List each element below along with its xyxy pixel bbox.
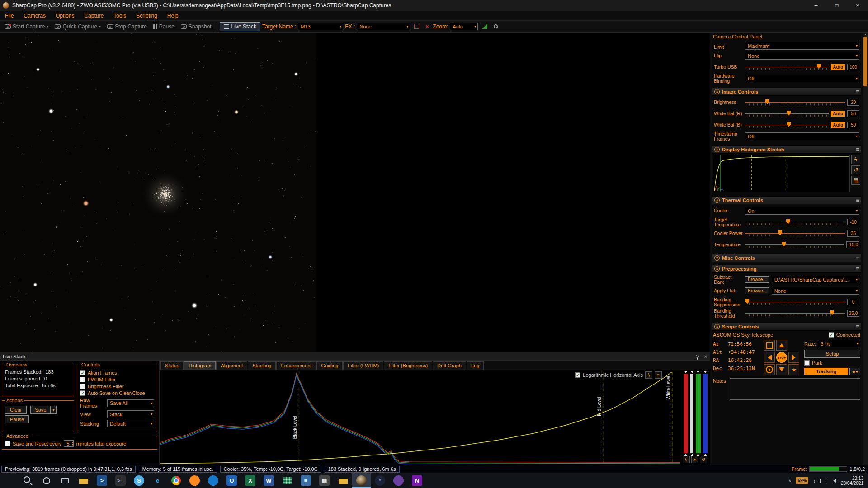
- clear-button[interactable]: Clear: [5, 406, 27, 414]
- zoom-dropdown[interactable]: Auto ▾: [450, 23, 478, 30]
- checkbox-brightness-filter[interactable]: Brightness Filter: [80, 384, 154, 389]
- taskbar-search[interactable]: [19, 473, 37, 488]
- taskbar-browser[interactable]: [204, 473, 222, 488]
- red-level-slider[interactable]: [684, 374, 688, 453]
- target-temperature-value[interactable]: -10: [847, 219, 859, 225]
- taskbar-skype[interactable]: S: [130, 473, 148, 488]
- taskbar-captures-folder[interactable]: [334, 473, 352, 488]
- taskbar-media-app[interactable]: [389, 473, 408, 488]
- tracking-button[interactable]: Tracking: [804, 368, 848, 375]
- pause-button[interactable]: Pause: [151, 23, 177, 31]
- apply-flat-browse-button[interactable]: Browse...: [745, 287, 769, 294]
- log-axis-checkbox[interactable]: ✓: [575, 372, 580, 378]
- quick-capture-button[interactable]: Quick Capture ▾: [52, 23, 103, 31]
- blue-level-slider[interactable]: [703, 374, 708, 453]
- banding-threshold-value[interactable]: 35,0: [847, 310, 859, 317]
- pin-icon[interactable]: [696, 355, 699, 358]
- menu-capture[interactable]: Capture: [79, 11, 108, 20]
- taskbar-firefox[interactable]: [185, 473, 204, 488]
- white-bal-b-auto-button[interactable]: Auto: [831, 122, 845, 128]
- battery-percentage-badge[interactable]: 69%: [796, 477, 808, 484]
- auto-stretch-icon[interactable]: ϟ: [645, 371, 652, 379]
- cooler-power-slider[interactable]: [745, 230, 845, 237]
- chevron-up-icon[interactable]: ∧: [714, 266, 720, 272]
- temperature-slider[interactable]: [745, 241, 844, 249]
- scroll-up-icon[interactable]: ▴: [864, 33, 866, 36]
- apply-flat-dropdown[interactable]: None▾: [772, 287, 859, 295]
- minimize-button[interactable]: –: [806, 0, 826, 11]
- turbo-usb-slider[interactable]: [745, 64, 829, 71]
- scope-up-button[interactable]: [776, 340, 787, 351]
- stacking-dropdown[interactable]: Default▾: [107, 420, 154, 427]
- brightness-value[interactable]: 20: [847, 99, 859, 106]
- park-checkbox[interactable]: [804, 360, 810, 366]
- banding-suppression-value[interactable]: 0: [847, 299, 859, 305]
- auto-stretch-button[interactable]: ϟ: [851, 155, 860, 164]
- chevron-up-icon[interactable]: ∧: [714, 324, 720, 329]
- maximize-button[interactable]: □: [826, 0, 847, 11]
- tab-alignment[interactable]: Alignment: [216, 361, 247, 370]
- panel-scrollbar[interactable]: ▴: [863, 33, 868, 465]
- checkbox-fwhm-filter[interactable]: FWHM Filter: [80, 377, 154, 382]
- tracking-options-button[interactable]: ★▾: [849, 368, 860, 375]
- menu-options[interactable]: Options: [51, 11, 79, 20]
- subtract-dark-browse-button[interactable]: Browse...: [745, 276, 769, 283]
- white-bal-b-slider[interactable]: [745, 122, 829, 129]
- cooler-power-value[interactable]: 35: [847, 230, 859, 237]
- connected-checkbox[interactable]: ✓: [829, 332, 834, 338]
- banding-threshold-slider[interactable]: [745, 310, 845, 317]
- brightness-icon[interactable]: ☀: [691, 456, 698, 463]
- taskbar-sharpcap[interactable]: [352, 473, 371, 488]
- taskbar-chrome[interactable]: [167, 473, 185, 488]
- pause-stack-button[interactable]: Pause: [5, 415, 29, 423]
- taskbar-file-explorer[interactable]: [74, 473, 93, 488]
- white-level-slider[interactable]: [690, 374, 693, 453]
- chevron-down-icon[interactable]: ∨: [714, 255, 720, 261]
- checkbox-align-frames[interactable]: ✓Align Frames: [80, 370, 154, 375]
- taskbar-word[interactable]: W: [259, 473, 278, 488]
- taskbar-edge[interactable]: e: [148, 473, 167, 488]
- save-button[interactable]: Save ▾: [30, 406, 57, 414]
- scope-frame-button[interactable]: [764, 340, 775, 351]
- taskbar-cortana[interactable]: [37, 473, 56, 488]
- checkbox-box[interactable]: [80, 384, 85, 389]
- menu-tools[interactable]: Tools: [108, 11, 131, 20]
- reset-levels-icon[interactable]: ↺: [700, 456, 707, 463]
- zoom-fit-button[interactable]: [491, 23, 500, 29]
- cooler-dropdown[interactable]: On▾: [745, 207, 859, 215]
- taskbar-spreadsheet[interactable]: [278, 473, 297, 488]
- histogram-toggle-button[interactable]: [480, 23, 490, 30]
- taskbar-outlook[interactable]: O: [222, 473, 241, 488]
- close-panel-icon[interactable]: ×: [704, 354, 707, 359]
- subtract-dark-dropdown[interactable]: D:\ASTRO\SharpCap Captures\...▾: [772, 276, 859, 283]
- reset-histogram-button[interactable]: ↺: [851, 165, 860, 174]
- save-reset-checkbox[interactable]: [5, 441, 10, 446]
- taskbar-powershell[interactable]: >: [93, 473, 111, 488]
- brightness-slider[interactable]: [745, 99, 845, 106]
- view-dropdown[interactable]: Stack▾: [107, 410, 154, 418]
- taskbar-start[interactable]: [0, 473, 19, 488]
- tab-filter-fwhm[interactable]: Filter (FWHM): [343, 361, 383, 370]
- scope-star-button[interactable]: ★: [788, 364, 799, 375]
- save-dropdown-icon[interactable]: ▾: [50, 406, 56, 413]
- checkbox-box[interactable]: ✓: [80, 370, 85, 375]
- section-header-display-histogram-stretch[interactable]: ∧Display Histogram Stretch≡: [712, 145, 861, 154]
- checkbox-auto-save-on-clear-close[interactable]: ✓Auto Save on Clear/Close: [80, 390, 154, 396]
- start-capture-button[interactable]: Start Capture ▾: [3, 23, 51, 31]
- checkbox-box[interactable]: [80, 377, 85, 382]
- timestamp-frames-dropdown[interactable]: Off▾: [745, 132, 859, 140]
- selection-area-button[interactable]: [412, 23, 421, 30]
- chevron-down-icon[interactable]: ▾: [99, 24, 101, 28]
- clear-selection-button[interactable]: ×: [423, 23, 431, 31]
- tab-stacking[interactable]: Stacking: [248, 361, 276, 370]
- taskbar-stellarium[interactable]: *: [371, 473, 389, 488]
- taskbar-onenote[interactable]: N: [408, 473, 426, 488]
- stop-capture-button[interactable]: Stop Capture: [105, 23, 149, 31]
- limit-dropdown[interactable]: Maximum▾: [745, 42, 859, 50]
- display-stretch-graph[interactable]: [713, 155, 850, 192]
- histogram-menu-icon[interactable]: ≡: [655, 371, 662, 379]
- clock[interactable]: 23:13 23/04/2021: [841, 476, 863, 486]
- section-menu-icon[interactable]: ≡: [856, 89, 859, 95]
- green-level-slider[interactable]: [696, 374, 700, 453]
- scope-left-button[interactable]: [764, 352, 775, 363]
